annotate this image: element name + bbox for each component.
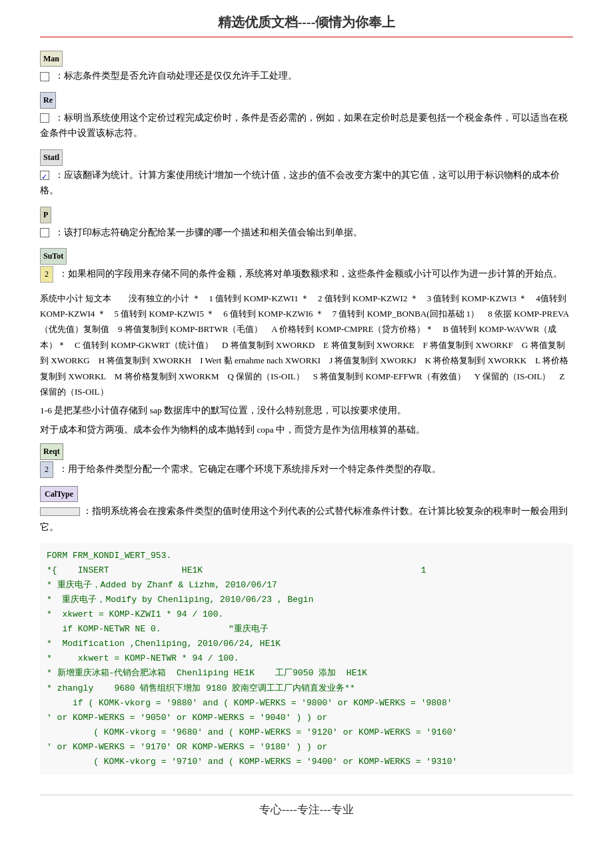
statl-section: Statl ：应该翻译为统计。计算方案使用统计'增加一个统计值，这步的值不会改变… — [40, 149, 573, 199]
caltype-text: ：指明系统将会在搜索条件类型的值时使用这个列代表的公式替代标准条件计数。在计算比… — [40, 506, 568, 532]
table-text: 系统中小计 短文本 没有独立的小计 ＊ 1 值转到 KOMP-KZWI1 ＊ 2… — [40, 293, 569, 397]
re-text: ：标明当系统使用这个定价过程完成定价时，条件是否必需的，例如，如果在定价时总是要… — [40, 113, 568, 139]
re-label: Re — [40, 92, 56, 108]
note-2: 对于成本和贷方两项。成本会作为物料的成本抛转到 copa 中，而贷方是作为信用核… — [40, 423, 573, 438]
man-checkbox[interactable] — [40, 72, 49, 81]
statl-text: ：应该翻译为统计。计算方案使用统计'增加一个统计值，这步的值不会改变方案中的其它… — [40, 170, 560, 196]
reqt-label: Reqt — [40, 443, 63, 459]
sutot-section: SuTot 2 ：如果相同的字段用来存储不同的条件金额，系统将对单项数额求和，这… — [40, 248, 573, 282]
table-section: 系统中小计 短文本 没有独立的小计 ＊ 1 值转到 KOMP-KZWI1 ＊ 2… — [40, 291, 573, 400]
caltype-input[interactable] — [40, 507, 80, 516]
statl-checkbox[interactable] — [40, 171, 49, 180]
sutot-number: 2 — [40, 266, 53, 282]
sutot-label: SuTot — [40, 248, 67, 264]
sutot-text: ：如果相同的字段用来存储不同的条件金额，系统将对单项数额求和，这些条件金额或小计… — [59, 269, 562, 279]
man-label: Man — [40, 51, 63, 67]
man-text: ：标志条件类型是否允许自动处理还是仅仅允许手工处理。 — [55, 71, 297, 81]
caltype-label: CalType — [40, 486, 78, 502]
p-label: P — [40, 207, 51, 223]
page-title: 精选优质文档----倾情为你奉上 — [40, 13, 573, 37]
p-text: ：该打印标志符确定分配给某一步骤的哪一个描述和相关值会输出到单据。 — [55, 227, 362, 237]
code-block: FORM FRM_KONDI_WERT_953. *{ INSERT HE1K … — [40, 543, 573, 775]
re-checkbox[interactable] — [40, 113, 49, 123]
p-checkbox[interactable] — [40, 228, 49, 237]
p-section: P ：该打印标志符确定分配给某一步骤的哪一个描述和相关值会输出到单据。 — [40, 207, 573, 240]
reqt-text: ：用于给条件类型分配一个需求。它确定在哪个环境下系统排斥对一个特定条件类型的存取… — [59, 464, 441, 474]
statl-label: Statl — [40, 149, 63, 165]
reqt-number: 2 — [40, 461, 53, 477]
caltype-section: CalType ：指明系统将会在搜索条件类型的值时使用这个列代表的公式替代标准条… — [40, 486, 573, 535]
note-1: 1-6 是把某些小计值存储到 sap 数据库中的默写位置，没什么特别意思，可以按… — [40, 403, 573, 419]
re-section: Re ：标明当系统使用这个定价过程完成定价时，条件是否必需的，例如，如果在定价时… — [40, 92, 573, 141]
footer-title: 专心----专注---专业 — [40, 795, 573, 817]
reqt-section: Reqt 2 ：用于给条件类型分配一个需求。它确定在哪个环境下系统排斥对一个特定… — [40, 443, 573, 477]
man-section: Man ：标志条件类型是否允许自动处理还是仅仅允许手工处理。 — [40, 51, 573, 84]
